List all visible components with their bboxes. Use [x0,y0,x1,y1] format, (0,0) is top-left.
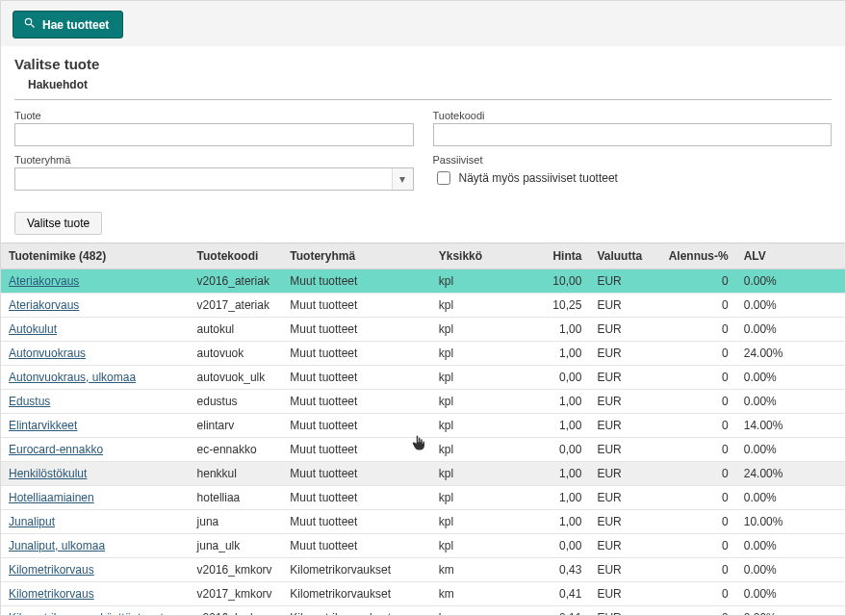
cell-group: Muut tuotteet [282,270,430,294]
cell-price: 10,25 [530,294,590,318]
table-row[interactable]: Ateriakorvausv2017_ateriakMuut tuotteetk… [1,294,845,318]
product-link[interactable]: Elintarvikkeet [9,419,77,432]
cell-price: 0,00 [530,534,590,558]
cell-group: Muut tuotteet [282,414,430,438]
cell-price: 1,00 [530,486,590,510]
cell-discount: 0 [658,486,735,510]
cell-unit: kpl [431,342,530,366]
search-icon [23,16,37,33]
table-row[interactable]: Kilometrikorvausv2016_kmkorvKilometrikor… [1,558,845,582]
group-label: Tuoteryhmä [14,154,414,166]
col-name[interactable]: Tuotenimike (482) [1,244,190,270]
product-link[interactable]: Henkilöstökulut [9,467,87,480]
table-row[interactable]: Ateriakorvausv2016_ateriakMuut tuotteetk… [1,270,845,294]
cell-group: Muut tuotteet [282,462,430,486]
table-row[interactable]: HenkilöstökuluthenkkulMuut tuotteetkpl1,… [1,462,845,486]
cell-unit: km [431,582,530,606]
select-product-button[interactable]: Valitse tuote [14,212,102,235]
cell-unit: kpl [431,270,530,294]
table-row[interactable]: AutonvuokrausautovuokMuut tuotteetkpl1,0… [1,342,845,366]
cell-price: 0,11 [530,606,590,617]
cell-price: 1,00 [530,390,590,414]
product-link[interactable]: Autonvuokraus, ulkomaa [9,371,136,384]
code-input[interactable] [433,123,833,146]
table-row[interactable]: Kilometrikorvaus, käyttöetuautov2016_kmk… [1,606,845,617]
product-link[interactable]: Autokulut [9,322,57,336]
table-row[interactable]: AutokulutautokulMuut tuotteetkpl1,00EUR0… [1,318,845,342]
cell-group: Kilometrikorvaukset [282,606,430,617]
product-link[interactable]: Kilometrikorvaus, käyttöetuauto [9,611,169,616]
cell-price: 0,43 [530,558,590,582]
col-vat[interactable]: ALV [736,244,845,270]
cell-unit: km [431,558,530,582]
cell-discount: 0 [658,390,735,414]
product-link[interactable]: Kilometrikorvaus [9,563,94,577]
table-row[interactable]: ElintarvikkeetelintarvMuut tuotteetkpl1,… [1,414,845,438]
product-link[interactable]: Autonvuokraus [9,346,86,360]
cell-vat: 0.00% [736,582,845,606]
search-products-button[interactable]: Hae tuotteet [13,11,123,38]
cell-currency: EUR [589,366,658,390]
product-link[interactable]: Ateriakorvaus [9,274,79,288]
cell-unit: kpl [431,318,530,342]
cell-group: Muut tuotteet [282,294,430,318]
product-link[interactable]: Ateriakorvaus [9,298,79,312]
cell-vat: 0.00% [736,606,845,617]
table-row[interactable]: Junaliput, ulkomaajuna_ulkMuut tuotteetk… [1,534,845,558]
cell-price: 1,00 [530,462,590,486]
table-row[interactable]: Kilometrikorvausv2017_kmkorvKilometrikor… [1,582,845,606]
cell-group: Muut tuotteet [282,342,430,366]
cell-code: v2016_kmkorv [190,606,283,617]
cell-unit: kpl [431,486,530,510]
product-link[interactable]: Junaliput [9,515,55,528]
product-link[interactable]: Edustus [9,395,50,408]
passive-label: Passiiviset [433,154,833,166]
col-discount[interactable]: Alennus-% [658,244,735,270]
content-panel: Valitse tuote Hakuehdot Tuote Tuoteryhmä… [1,46,845,616]
col-group[interactable]: Tuoteryhmä [282,244,430,270]
cell-currency: EUR [589,342,658,366]
cell-currency: EUR [589,438,658,462]
cell-unit: kpl [431,534,530,558]
cell-group: Muut tuotteet [282,390,430,414]
cell-currency: EUR [589,318,658,342]
table-row[interactable]: JunaliputjunaMuut tuotteetkpl1,00EUR010.… [1,510,845,534]
cell-currency: EUR [589,582,658,606]
cell-currency: EUR [589,558,658,582]
table-row[interactable]: HotelliaamiainenhotelliaaMuut tuotteetkp… [1,486,845,510]
cell-price: 1,00 [530,510,590,534]
table-row[interactable]: EdustusedustusMuut tuotteetkpl1,00EUR00.… [1,390,845,414]
cell-discount: 0 [658,534,735,558]
passive-checkbox[interactable] [437,171,450,185]
cell-group: Muut tuotteet [282,534,430,558]
col-unit[interactable]: Yksikkö [431,244,530,270]
cell-currency: EUR [589,606,658,617]
cell-discount: 0 [658,582,735,606]
product-link[interactable]: Junaliput, ulkomaa [9,539,105,552]
col-currency[interactable]: Valuutta [589,244,658,270]
cell-code: autovuok [190,342,283,366]
cell-code: v2017_kmkorv [190,582,283,606]
cell-discount: 0 [658,414,735,438]
product-input[interactable] [14,123,414,146]
table-row[interactable]: Autonvuokraus, ulkomaaautovuok_ulkMuut t… [1,366,845,390]
table-row[interactable]: Eurocard-ennakkoec-ennakkoMuut tuotteetk… [1,438,845,462]
cell-vat: 0.00% [736,366,845,390]
col-price[interactable]: Hinta [530,244,590,270]
product-link[interactable]: Eurocard-ennakko [9,443,103,456]
cell-group: Muut tuotteet [282,318,430,342]
cell-unit: kpl [431,462,530,486]
col-code[interactable]: Tuotekoodi [190,244,283,270]
cell-unit: kpl [431,438,530,462]
cell-group: Kilometrikorvaukset [282,582,430,606]
app-frame: Hae tuotteet Valitse tuote Hakuehdot Tuo… [0,0,846,616]
product-link[interactable]: Hotelliaamiainen [9,491,94,504]
chevron-down-icon[interactable]: ▾ [392,168,413,190]
product-link[interactable]: Kilometrikorvaus [9,587,94,601]
group-select[interactable] [14,167,414,191]
cell-discount: 0 [658,342,735,366]
cell-vat: 0.00% [736,294,845,318]
cell-currency: EUR [589,294,658,318]
table-header-row: Tuotenimike (482) Tuotekoodi Tuoteryhmä … [1,244,845,270]
cell-unit: kpl [431,414,530,438]
